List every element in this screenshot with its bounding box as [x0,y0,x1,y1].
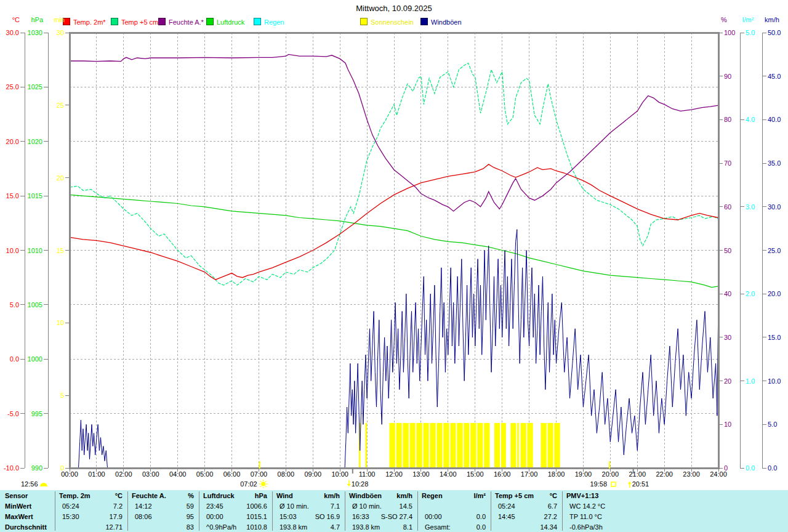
axis-tick-label: 1010 [28,247,42,254]
x-axis-label: 09:00 [304,470,321,478]
table-value: SO 16.9 [272,513,340,520]
axis-tick-label: 40.0 [768,116,781,123]
sunshine-bar [477,423,483,468]
sunrise-icon-ray [260,481,262,482]
table-value: 14.5 [345,502,412,510]
sunrise-icon [261,482,265,486]
marker-time-label: 19:58 [590,480,607,488]
axis-tick-label: 90 [724,73,731,80]
table-header-sensor: Sensor [5,492,28,499]
x-axis-label: 04:00 [169,470,187,478]
axis-tick-label: 1005 [28,301,42,308]
axis-tick-label: 10 [57,319,64,326]
table-value-time: TP 11.0 °C [569,513,602,520]
sunshine-bar [423,423,428,468]
stats-table: SensorMinWertMaxWertDurchschnittTemp. 2m… [0,490,788,532]
sunshine-bar [403,423,408,468]
x-axis-label: 03:00 [142,470,159,478]
axis-unit-kmh: km/h [765,16,779,23]
x-axis-label: 17:00 [521,470,538,478]
axis-tick-label: 2.0 [746,290,755,297]
axis-tick-label: 25 [57,102,64,109]
axis-tick-label: 50.0 [768,29,781,36]
axis-unit-min: min [54,16,65,23]
table-value: 1006.6 [199,502,267,510]
axis-tick-label: 1.0 [746,377,755,385]
table-row-label: Durchschnitt [5,523,47,531]
axis-tick-label: 0.0 [10,355,19,363]
x-axis-label: 14:00 [440,470,457,478]
weather-app-window: Mittwoch, 10.09.2025 Temp. 2m*Temp +5 cm… [0,0,788,532]
arrow-head [347,484,351,486]
axis-tick-label: 1015 [28,192,42,200]
table-value: 59 [127,502,194,510]
moon-time-label: 12:56 [21,480,38,488]
axis-tick-label: 0.0 [768,464,777,472]
sunshine-bar [510,423,516,468]
axis-tick-label: 45.0 [768,73,781,80]
table-separator [562,491,563,531]
axis-tick-label: 80 [724,116,731,123]
x-axis-label: 23:00 [683,470,700,478]
x-axis-label: 12:00 [385,470,403,478]
table-value: 95 [127,513,194,520]
table-value: S-SO 27.4 [345,513,412,520]
axis-tick-label: 10.0 [6,247,19,254]
table-value: 4.7 [272,523,340,531]
sunshine-bar [521,423,526,468]
table-value: 12.71 [55,523,123,531]
x-axis-label: 06:00 [223,470,241,478]
table-header-unit: °C [55,492,123,499]
sunshine-bar [443,423,449,468]
axis-unit-c: °C [12,16,20,23]
axis-tick-label: 0.0 [746,464,755,472]
axis-tick-label: 15 [57,247,64,254]
axis-tick-label: -5.0 [7,410,19,417]
table-value: 17.9 [55,513,123,520]
sunshine-bar [365,423,367,468]
axis-tick-label: 30 [57,29,64,36]
axis-tick-label: 35.0 [768,159,781,167]
sunset-icon [611,482,616,486]
table-row-label: MinWert [5,502,31,510]
x-axis-label: 15:00 [467,470,484,478]
axis-tick-label: 15.0 [6,192,19,200]
x-axis-label: 19:00 [575,470,592,478]
axis-tick-label: 20.0 [6,138,19,145]
sunshine-bar [470,423,476,468]
table-row-label: MaxWert [5,513,33,520]
sunshine-bar [409,423,415,468]
sunshine-bar [501,423,506,468]
axis-tick-label: 20 [57,174,64,182]
sunshine-bar [430,423,435,468]
axis-tick-label: 40 [724,290,731,297]
axis-tick-label: 1000 [28,355,42,363]
sunrise-icon-ray [265,486,267,487]
x-axis-label: 07:00 [251,470,268,478]
x-axis-label: 21:00 [629,470,646,478]
table-value: 1015.1 [199,513,267,520]
table-header-unit: km/h [345,492,412,499]
sunshine-bar [450,423,456,468]
sunshine-bar [494,423,500,468]
sunshine-bar [396,423,402,468]
table-value: 0.0 [417,513,486,520]
axis-unit-pct: % [721,16,727,23]
x-axis-label: 13:00 [412,470,430,478]
sunrise-icon-ray [265,481,267,482]
table-value: 83 [127,523,194,531]
axis-tick-label: 50 [724,247,731,254]
axis-tick-label: 5.0 [746,29,755,36]
sunshine-bar [416,423,422,468]
table-value: 7.2 [55,502,123,510]
sunshine-bar [390,423,395,468]
x-axis-label: 02:00 [115,470,132,478]
x-axis-label: 18:00 [548,470,565,478]
table-value: 6.7 [491,502,557,510]
axis-tick-label: 10 [724,421,731,428]
axis-tick-label: 30.0 [6,29,19,36]
axis-tick-label: 60 [724,203,731,211]
axis-tick-label: 15.0 [768,334,781,341]
x-axis-label: 24:00 [710,470,727,478]
marker-time-label: 07:02 [240,480,257,488]
